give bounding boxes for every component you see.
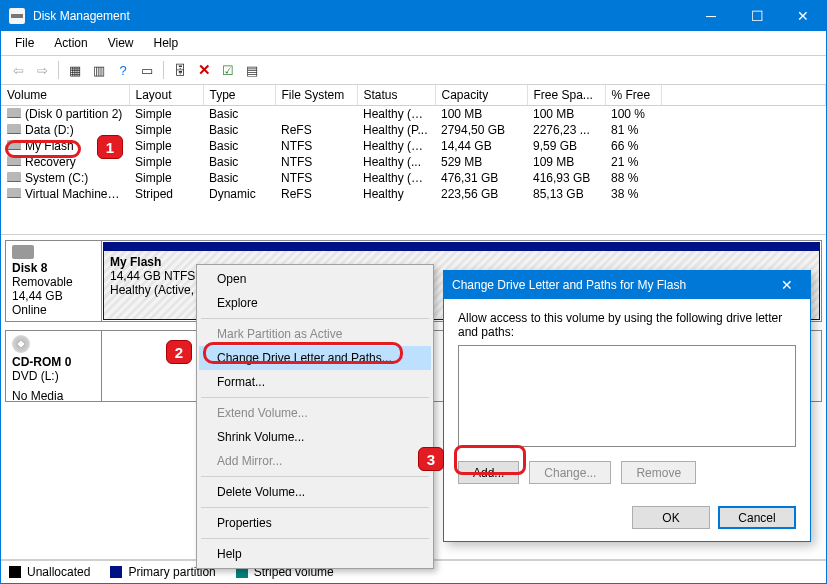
volume-icon [7,172,21,182]
ctx-delete[interactable]: Delete Volume... [199,480,431,504]
disk-state: Online [12,303,95,317]
view-top-icon[interactable]: ▦ [64,59,86,81]
ctx-explore[interactable]: Explore [199,291,431,315]
add-button[interactable]: Add... [458,461,519,484]
nav-forward-icon: ⇨ [31,59,53,81]
volume-list[interactable]: Volume Layout Type File System Status Ca… [1,85,826,235]
volume-icon [7,108,21,118]
col-fs[interactable]: File System [275,85,357,106]
disk-kind: Removable [12,275,95,289]
app-icon [9,8,25,24]
ctx-shrink[interactable]: Shrink Volume... [199,425,431,449]
menu-help[interactable]: Help [144,33,189,53]
col-layout[interactable]: Layout [129,85,203,106]
table-row[interactable]: System (C:)SimpleBasicNTFSHealthy (B...4… [1,170,826,186]
legend-primary-icon [110,566,122,578]
partition-name: My Flash [110,255,161,269]
menu-file[interactable]: File [5,33,44,53]
menubar: File Action View Help [1,31,826,56]
help-icon[interactable]: ? [112,59,134,81]
table-row[interactable]: Virtual Machines (...StripedDynamicReFSH… [1,186,826,202]
callout-3: 3 [418,447,444,471]
menu-view[interactable]: View [98,33,144,53]
context-menu[interactable]: Open Explore Mark Partition as Active Ch… [196,264,434,569]
callout-1: 1 [97,135,123,159]
change-drive-letter-dialog[interactable]: Change Drive Letter and Paths for My Fla… [443,270,811,542]
change-button: Change... [529,461,611,484]
ctx-properties[interactable]: Properties [199,511,431,535]
disk-kind: DVD (L:) [12,369,95,383]
remove-button: Remove [621,461,696,484]
settings-icon[interactable]: ▭ [136,59,158,81]
cancel-button[interactable]: Cancel [718,506,796,529]
dialog-title: Change Drive Letter and Paths for My Fla… [452,278,772,292]
disk-state: No Media [12,389,95,403]
col-volume[interactable]: Volume [1,85,129,106]
volume-icon [7,140,21,150]
rescan-icon[interactable]: 🗄 [169,59,191,81]
volume-icon [7,156,21,166]
legend-unalloc: Unallocated [27,565,90,579]
disk-icon [12,245,34,259]
table-row[interactable]: (Disk 0 partition 2)SimpleBasicHealthy (… [1,106,826,123]
minimize-button[interactable]: ─ [688,1,734,31]
dialog-titlebar[interactable]: Change Drive Letter and Paths for My Fla… [444,271,810,299]
disk-name: Disk 8 [12,261,95,275]
volume-icon [7,124,21,134]
col-free[interactable]: Free Spa... [527,85,605,106]
disk-info[interactable]: Disk 8 Removable 14,44 GB Online [5,240,101,322]
ctx-change-drive-letter[interactable]: Change Drive Letter and Paths... [199,346,431,370]
ctx-extend: Extend Volume... [199,401,431,425]
table-row[interactable]: RecoverySimpleBasicNTFSHealthy (...529 M… [1,154,826,170]
view-bottom-icon[interactable]: ▥ [88,59,110,81]
col-status[interactable]: Status [357,85,435,106]
ctx-mark-active: Mark Partition as Active [199,322,431,346]
dialog-close-button[interactable]: ✕ [772,277,802,293]
partition-size: 14,44 GB NTFS [110,269,195,283]
titlebar[interactable]: Disk Management ─ ☐ ✕ [1,1,826,31]
table-row[interactable]: My FlashSimpleBasicNTFSHealthy (A...14,4… [1,138,826,154]
nav-back-icon: ⇦ [7,59,29,81]
volume-header-row[interactable]: Volume Layout Type File System Status Ca… [1,85,826,106]
ctx-format[interactable]: Format... [199,370,431,394]
properties-icon[interactable]: ☑ [217,59,239,81]
table-row[interactable]: Data (D:)SimpleBasicReFSHealthy (P...279… [1,122,826,138]
toolbar: ⇦ ⇨ ▦ ▥ ? ▭ 🗄 ✕ ☑ ▤ [1,56,826,85]
delete-icon[interactable]: ✕ [193,59,215,81]
cdrom-icon [12,335,30,353]
disk-name: CD-ROM 0 [12,355,95,369]
legend-unalloc-icon [9,566,21,578]
window-controls: ─ ☐ ✕ [688,1,826,31]
paths-listbox[interactable] [458,345,796,447]
close-button[interactable]: ✕ [780,1,826,31]
ctx-add-mirror: Add Mirror... [199,449,431,473]
ok-button[interactable]: OK [632,506,710,529]
maximize-button[interactable]: ☐ [734,1,780,31]
col-type[interactable]: Type [203,85,275,106]
list-icon[interactable]: ▤ [241,59,263,81]
col-pct[interactable]: % Free [605,85,661,106]
menu-action[interactable]: Action [44,33,97,53]
disk-info[interactable]: CD-ROM 0 DVD (L:) No Media [5,330,101,402]
ctx-help[interactable]: Help [199,542,431,566]
disk-size: 14,44 GB [12,289,95,303]
volume-icon [7,188,21,198]
col-capacity[interactable]: Capacity [435,85,527,106]
window-title: Disk Management [33,9,688,23]
ctx-open[interactable]: Open [199,267,431,291]
callout-2: 2 [166,340,192,364]
dialog-text: Allow access to this volume by using the… [458,311,796,339]
